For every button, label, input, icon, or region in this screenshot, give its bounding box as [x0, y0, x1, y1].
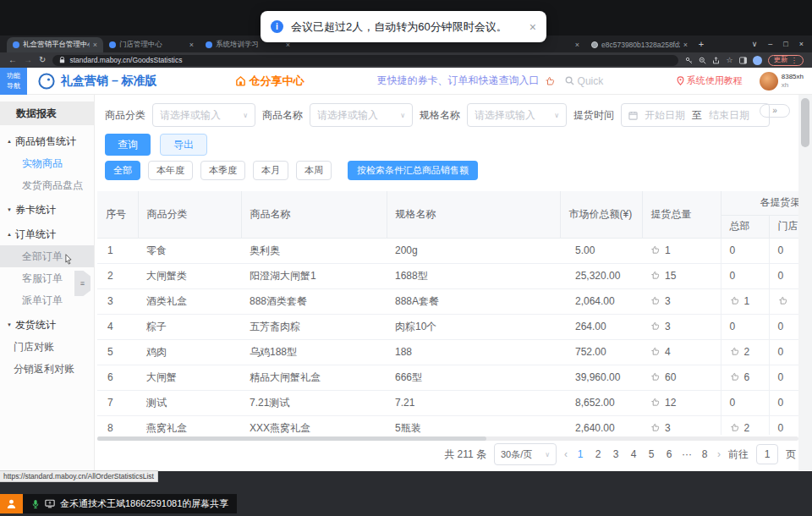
update-button[interactable]: 更新 ⋮: [768, 55, 804, 66]
cell-spec: 1688型: [387, 263, 560, 288]
cell-category: 粽子: [138, 314, 241, 339]
sidebar-item-label: 发货商品盘点: [22, 178, 83, 193]
promo-text[interactable]: 更快捷的券卡、订单和快递查询入口: [377, 74, 540, 88]
sidebar-item[interactable]: 实物商品: [0, 152, 94, 174]
more-menu-icon[interactable]: ⋮: [791, 56, 798, 64]
browser-tab[interactable]: 礼盒营销平台管理中心×: [7, 37, 103, 52]
cell-value: 0: [730, 321, 736, 332]
sidebar-item[interactable]: 发货商品盘点: [0, 174, 94, 196]
expand-arrow-icon: ▲: [7, 139, 12, 144]
summary-button[interactable]: 按检索条件汇总商品销售额: [348, 161, 478, 180]
range-button[interactable]: 全部: [105, 161, 140, 180]
sidebar-item[interactable]: ▼券卡统计: [0, 199, 94, 221]
next-page-button[interactable]: ›: [717, 448, 721, 460]
quick-label: Quick: [578, 75, 604, 87]
cell-hq: 2: [721, 415, 769, 435]
cell-value: 3: [665, 422, 671, 434]
close-icon[interactable]: ×: [529, 20, 536, 34]
share-center-link[interactable]: 仓分享中心: [235, 74, 304, 89]
sidebar-item[interactable]: 分销返利对账: [0, 358, 94, 380]
prev-page-button[interactable]: ‹: [564, 448, 568, 460]
search-button[interactable]: 查询: [105, 134, 151, 156]
back-icon[interactable]: ←: [8, 56, 17, 64]
tutorial-link[interactable]: 系统使用教程: [677, 74, 743, 87]
function-nav-toggle[interactable]: 功能 导航: [0, 68, 27, 95]
cell-hq: 1: [721, 288, 769, 314]
tab-favicon: [13, 41, 19, 48]
range-button[interactable]: 本周: [296, 161, 332, 180]
filter-bar: 商品分类 请选择或输入 ∨ 商品名称 请选择或输入 ∨ 规格名称 请选择或输入 …: [105, 103, 770, 127]
profile-icon[interactable]: [753, 56, 762, 65]
vertical-scrollbar[interactable]: [798, 95, 812, 470]
cell-no: 5: [97, 339, 138, 365]
page-number[interactable]: 2: [593, 448, 603, 460]
cell-value: 0: [778, 244, 784, 256]
reload-icon[interactable]: ↻: [39, 56, 46, 64]
avatar[interactable]: [760, 72, 778, 91]
tab-close-icon[interactable]: ×: [575, 41, 579, 49]
page-number[interactable]: 1: [575, 448, 585, 460]
cell-store: 0: [769, 263, 798, 288]
range-button[interactable]: 本季度: [200, 161, 245, 180]
maximize-icon[interactable]: □: [783, 40, 787, 48]
page-size-value: 30条/页: [501, 448, 532, 461]
side-panel-icon[interactable]: [739, 57, 747, 64]
spec-select[interactable]: 请选择或输入 ∨: [467, 103, 567, 127]
export-button[interactable]: 导出: [160, 134, 207, 156]
person-icon[interactable]: [0, 494, 23, 513]
browser-tab[interactable]: 门店管理中心×: [103, 37, 200, 52]
goto-page-input[interactable]: 1: [756, 444, 778, 464]
cell-qty: 4: [642, 339, 721, 365]
sidebar-item[interactable]: ▼发货统计: [0, 314, 94, 336]
range-button[interactable]: 本月: [253, 161, 288, 180]
date-range-input[interactable]: 开始日期 至 结束日期: [621, 103, 770, 127]
range-button[interactable]: 本年度: [148, 161, 193, 180]
cell-value: 6: [744, 371, 750, 383]
zoom-icon[interactable]: [699, 57, 706, 64]
sidebar-collapse-handle[interactable]: ≡: [74, 271, 91, 296]
expand-filters-button[interactable]: »: [760, 104, 790, 118]
sidebar-item[interactable]: ▲商品销售统计: [0, 130, 94, 152]
cell-hq: 0: [721, 263, 769, 288]
page-number[interactable]: 3: [611, 448, 621, 460]
browser-toolbar: ← → ↻ standard.maboy.cn/GoodsStatistics …: [0, 52, 812, 68]
name-select[interactable]: 请选择或输入 ∨: [310, 103, 413, 127]
tab-close-icon[interactable]: ×: [93, 41, 97, 49]
share-icon[interactable]: [712, 57, 720, 64]
tab-search-chevron-icon[interactable]: ∨: [752, 40, 758, 48]
horizontal-scrollbar[interactable]: [97, 436, 798, 441]
page-size-select[interactable]: 30条/页 ∨: [494, 443, 557, 465]
sidebar-item[interactable]: ▲订单统计: [0, 223, 94, 245]
address-bar[interactable]: standard.maboy.cn/GoodsStatistics: [52, 55, 678, 66]
browser-tab[interactable]: e8c573980b1328a258fd2e6f8×: [585, 37, 694, 52]
forward-icon[interactable]: →: [24, 56, 32, 64]
scrollbar-thumb[interactable]: [801, 98, 809, 147]
tab-favicon: [109, 41, 116, 48]
star-icon[interactable]: ☆: [726, 56, 732, 64]
key-icon[interactable]: [685, 57, 693, 64]
tab-close-icon[interactable]: ×: [683, 41, 688, 49]
cell-no: 6: [97, 365, 138, 390]
window-close-icon[interactable]: ×: [799, 40, 804, 48]
new-tab-button[interactable]: +: [694, 39, 709, 49]
goods-table: 序号 商品分类 商品名称 规格名称 市场价总额(¥) 提货总量 各提货渠道 总部…: [97, 191, 798, 435]
page-number[interactable]: 5: [646, 448, 656, 460]
page-number[interactable]: ···: [682, 448, 692, 460]
column-header-name: 商品名称: [241, 191, 387, 238]
sidebar-item[interactable]: 门店对账: [0, 336, 94, 358]
minimize-icon[interactable]: –: [768, 40, 772, 48]
page-number[interactable]: 6: [664, 448, 674, 460]
column-header-price: 市场价总额(¥): [560, 191, 642, 238]
category-select[interactable]: 请选择或输入 ∨: [152, 103, 255, 127]
table-row: 4粽子五芳斋肉粽肉粽10个264.00300: [97, 314, 798, 339]
page-number[interactable]: 4: [628, 448, 639, 460]
column-header-category: 商品分类: [138, 191, 241, 238]
scrollbar-thumb[interactable]: [97, 436, 486, 441]
cell-value: 2: [744, 346, 750, 358]
cell-price: 8,652.00: [560, 390, 642, 415]
sidebar-item[interactable]: 全部订单: [0, 245, 94, 267]
tab-close-icon[interactable]: ×: [189, 41, 194, 49]
quick-search[interactable]: Quick: [565, 75, 604, 87]
screen: 礼盒营销平台管理中心×门店管理中心×系统培训学习××e8c573980b1328…: [0, 0, 812, 516]
page-number[interactable]: 8: [700, 448, 710, 460]
